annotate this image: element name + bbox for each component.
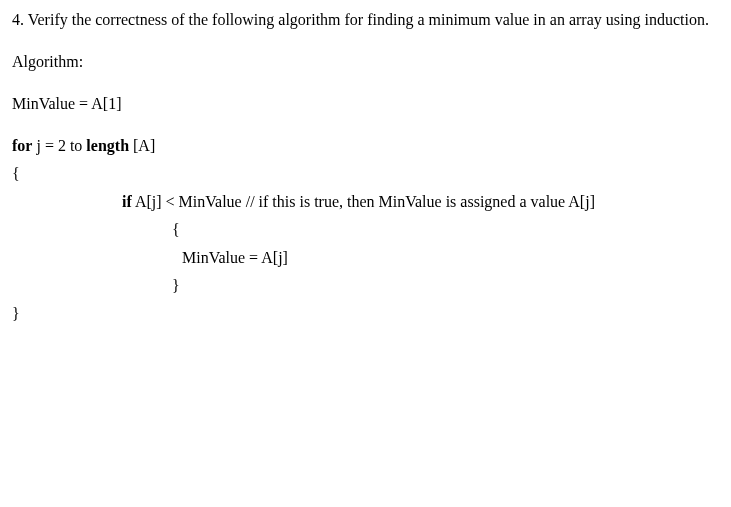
if-keyword: if (122, 193, 132, 210)
question-number: 4. (12, 11, 24, 28)
algorithm-label: Algorithm: (12, 50, 719, 74)
inner-close-brace: } (172, 274, 719, 298)
code-init: MinValue = A[1] (12, 92, 719, 116)
inner-open-brace: { (172, 218, 719, 242)
length-keyword: length (86, 137, 129, 154)
question-body: Verify the correctness of the following … (28, 11, 709, 28)
code-assign: MinValue = A[j] (182, 246, 719, 270)
for-keyword: for (12, 137, 32, 154)
code-if-line: if A[j] < MinValue // if this is true, t… (122, 190, 719, 214)
if-condition: A[j] < MinValue // if this is true, then… (132, 193, 595, 210)
outer-open-brace: { (12, 162, 719, 186)
code-for-line: for j = 2 to length [A] (12, 134, 719, 158)
outer-close-brace: } (12, 302, 719, 326)
question-text: 4. Verify the correctness of the followi… (12, 8, 719, 32)
for-array: [A] (129, 137, 155, 154)
for-condition: j = 2 to (32, 137, 86, 154)
